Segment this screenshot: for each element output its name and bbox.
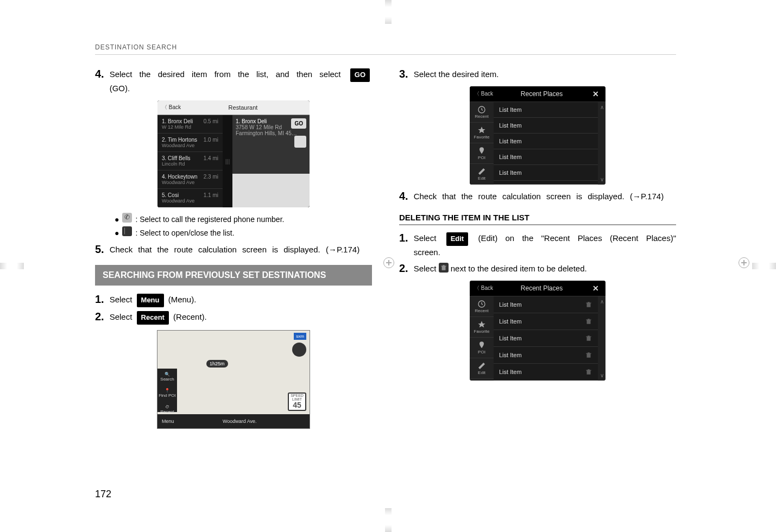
- recent-places-screenshot: 〈 Back Recent Places ✕ Recent Favorite P…: [470, 86, 605, 185]
- left-column: 4. Select the desired item from the list…: [95, 65, 372, 434]
- step-text: Select Menu (Menu).: [110, 293, 197, 307]
- tab-favorite[interactable]: Favorite: [470, 123, 494, 143]
- del-step-1: 1. Select Edit (Edit) on the "Recent Pla…: [399, 232, 676, 259]
- restaurant-list[interactable]: 1. Bronx Deli0.5 miW 12 Mile Rd 2. Tim H…: [157, 115, 223, 207]
- trash-icon: [439, 263, 449, 273]
- menu-button[interactable]: Menu: [162, 419, 174, 424]
- text: Select the desired item from the list, a…: [110, 69, 348, 79]
- step-number: 4.: [399, 190, 408, 203]
- side-tabs: Recent Favorite POI Edit: [470, 296, 494, 381]
- edit-button[interactable]: Edit: [470, 164, 494, 185]
- side-tabs: Recent Favorite POI Edit: [470, 102, 494, 185]
- list-item[interactable]: List Item: [494, 347, 598, 364]
- list-item[interactable]: List Item: [494, 296, 598, 313]
- go-button-tag: GO: [350, 68, 370, 82]
- step-text: Select the desired item from the list, a…: [110, 68, 372, 95]
- step-number: 3.: [399, 68, 408, 81]
- menu-button-tag: Menu: [137, 294, 164, 307]
- step-s2: 2. Select Recent (Recent).: [95, 311, 372, 325]
- registration-mark-right: [739, 257, 749, 268]
- recent-places-edit-screenshot: 〈 Back Recent Places ✕ Recent Favorite P…: [470, 281, 605, 381]
- list-item[interactable]: List Item: [494, 134, 598, 149]
- list-item: 4. Hockeytown2.3 miWoodward Ave: [157, 170, 223, 189]
- list-toggle-icon[interactable]: |||: [223, 115, 232, 207]
- map-side-tray: 🔍Search 📍Find POI ⏱Recent: [157, 369, 177, 412]
- street-name: Woodward Ave.: [223, 419, 257, 424]
- scrollbar[interactable]: ∧∨: [598, 102, 605, 185]
- tab-favorite[interactable]: Favorite: [470, 317, 494, 338]
- text: (GO).: [110, 84, 130, 93]
- trash-icon[interactable]: [585, 368, 592, 376]
- phone-icon[interactable]: [294, 136, 306, 148]
- list-item[interactable]: List Item: [494, 102, 598, 118]
- screen-title: Recent Places: [521, 284, 563, 292]
- text: Select: [110, 295, 135, 304]
- scrollbar[interactable]: ∧∨: [598, 296, 605, 381]
- step-number: 5.: [95, 243, 104, 256]
- trash-icon[interactable]: [585, 334, 592, 342]
- right-column: 3. Select the desired item. 〈 Back Recen…: [399, 65, 676, 434]
- text: : Select to open/close the list.: [135, 226, 234, 240]
- step-text: Select Recent (Recent).: [110, 311, 207, 325]
- tab-recent[interactable]: Recent: [470, 102, 494, 123]
- text: Select: [414, 264, 439, 273]
- sxm-badge: sxm: [294, 333, 306, 340]
- speed-limit-sign: SPEED LIMIT45: [288, 392, 306, 411]
- list-item: 3. Cliff Bells1.4 miLincoln Rd: [157, 152, 223, 170]
- step-number: 4.: [95, 68, 104, 95]
- tab-recent[interactable]: Recent: [470, 296, 494, 317]
- step-text: Select next to the desired item to be de…: [414, 262, 587, 275]
- step-4: 4. Select the desired item from the list…: [95, 68, 372, 95]
- step-5: 5. Check that the route calculation scre…: [95, 243, 372, 256]
- trash-icon[interactable]: [585, 351, 592, 359]
- recent-list: List Item List Item List Item List Item …: [494, 102, 598, 185]
- step-number: 2.: [399, 262, 408, 275]
- step-4r: 4. Check that the route calculation scre…: [399, 190, 676, 203]
- page-content: DESTINATION SEARCH 4. Select the desired…: [95, 43, 676, 434]
- close-icon[interactable]: ✕: [590, 284, 601, 293]
- text: (Recent).: [173, 312, 207, 321]
- back-button[interactable]: 〈 Back: [162, 104, 181, 111]
- list-item[interactable]: List Item: [494, 364, 598, 381]
- trash-icon[interactable]: [585, 318, 592, 325]
- text: next to the desired item to be deleted.: [451, 264, 587, 273]
- text: : Select to call the registered phone nu…: [135, 213, 284, 226]
- text: (Menu).: [168, 295, 197, 304]
- crop-mark-top: [385, 0, 392, 24]
- bullet-list: ● ✆: Select to call the registered phone…: [115, 213, 372, 240]
- section-heading: SEARCHING FROM PREVIOUSLY SET DESTINATIO…: [95, 265, 372, 286]
- search-button[interactable]: 🔍Search: [159, 369, 175, 385]
- go-button[interactable]: GO: [291, 118, 306, 129]
- page-number: 172: [95, 489, 111, 500]
- breadcrumb: DESTINATION SEARCH: [95, 43, 676, 55]
- list-item[interactable]: List Item: [494, 330, 598, 347]
- step-text: Check that the route calculation screen …: [414, 190, 664, 203]
- tab-poi[interactable]: POI: [470, 143, 494, 164]
- list-item[interactable]: List Item: [494, 118, 598, 134]
- list-item: 5. Cosi1.1 miWoodward Ave: [157, 189, 223, 207]
- list-item[interactable]: List Item: [494, 149, 598, 165]
- find-poi-button[interactable]: 📍Find POI: [157, 385, 177, 401]
- crop-mark-right: [752, 263, 776, 269]
- list-item[interactable]: List Item: [494, 165, 598, 181]
- list-item[interactable]: List Item: [494, 313, 598, 330]
- crop-mark-left: [0, 263, 24, 269]
- step-3: 3. Select the desired item.: [399, 68, 676, 81]
- edit-button[interactable]: Edit: [470, 358, 494, 379]
- tab-poi[interactable]: POI: [470, 338, 494, 358]
- eta-chip: 1h25m: [206, 360, 228, 368]
- compass-icon[interactable]: [292, 343, 306, 357]
- recent-button-tag: Recent: [137, 311, 169, 325]
- back-button[interactable]: 〈 Back: [474, 90, 493, 98]
- subsection-heading: DELETING THE ITEM IN THE LIST: [399, 213, 676, 225]
- step-s1: 1. Select Menu (Menu).: [95, 293, 372, 307]
- detail-panel: 1. Bronx Deli 3758 W 12 Mile Rd Farmingt…: [232, 115, 310, 207]
- text: Select: [110, 312, 135, 321]
- del-step-2: 2. Select next to the desired item to be…: [399, 262, 676, 275]
- recent-list: List Item List Item List Item List Item …: [494, 296, 598, 381]
- trash-icon[interactable]: [585, 301, 592, 308]
- restaurant-screenshot: 〈 Back Restaurant 1. Bronx Deli0.5 miW 1…: [157, 100, 310, 207]
- back-button[interactable]: 〈 Back: [474, 284, 493, 292]
- close-icon[interactable]: ✕: [590, 90, 601, 98]
- bullet-item: ● ✆: Select to call the registered phone…: [115, 213, 372, 226]
